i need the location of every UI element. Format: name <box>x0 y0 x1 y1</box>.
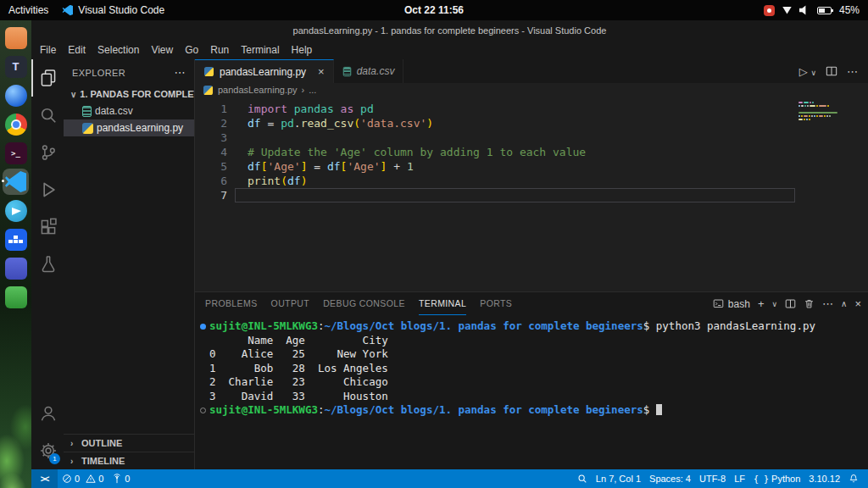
dock-icon-green-app[interactable] <box>3 284 29 310</box>
dock-icon-text-editor[interactable]: T <box>3 53 29 80</box>
focused-app-indicator[interactable]: Visual Studio Code <box>62 4 164 16</box>
tab-data.csv[interactable]: data.csv <box>334 59 404 83</box>
testing-icon[interactable] <box>31 246 64 283</box>
problems-indicator[interactable]: 0 0 <box>58 469 108 488</box>
folder-row[interactable]: ∨ 1. PANDAS FOR COMPLET... <box>64 86 194 103</box>
terminal-shell-label[interactable]: bash <box>713 298 750 310</box>
vscode-window: pandasLearning.py - 1. pandas for comple… <box>31 20 868 488</box>
run-debug-icon[interactable] <box>31 171 64 208</box>
code-line[interactable]: print(df) <box>235 174 795 188</box>
minimap-line <box>798 102 860 103</box>
new-terminal-icon[interactable]: + <box>758 297 765 310</box>
code-line[interactable] <box>235 130 795 145</box>
chevron-right-icon: › <box>70 439 78 448</box>
menu-item-view[interactable]: View <box>145 42 179 58</box>
panel-tab-ports[interactable]: PORTS <box>480 293 512 315</box>
kill-terminal-icon[interactable] <box>804 298 815 309</box>
notifications-bell-icon[interactable] <box>844 469 863 488</box>
terminal-line[interactable]: 1 Bob 28 Los Angeles <box>198 362 861 376</box>
dock-icon-files[interactable] <box>3 25 29 51</box>
eol-indicator[interactable]: LF <box>730 469 749 488</box>
dock-icon-docker[interactable] <box>3 226 29 252</box>
close-tab-icon[interactable]: × <box>318 65 325 78</box>
timeline-section[interactable]: › TIMELINE <box>64 452 194 469</box>
minimap-line <box>798 108 860 110</box>
vscode-logo-icon <box>62 5 73 16</box>
dock-icon-office[interactable] <box>3 255 29 281</box>
settings-gear-icon[interactable]: 1 <box>31 432 64 469</box>
explorer-more-icon[interactable]: ⋯ <box>175 66 186 79</box>
menu-item-help[interactable]: Help <box>286 42 319 58</box>
file-item-data.csv[interactable]: data.csv <box>64 103 194 119</box>
terminal-output[interactable]: sujit@INL-5MLKWG3:~/Blogs/Oct blogs/1. p… <box>195 315 868 469</box>
code-editor[interactable]: 1234567 import pandas as pddf = pd.read_… <box>195 97 868 291</box>
search-icon[interactable] <box>31 97 64 134</box>
panel-tab-terminal[interactable]: TERMINAL <box>419 293 466 315</box>
network-icon[interactable] <box>782 7 792 14</box>
clock[interactable]: Oct 22 11:56 <box>404 4 464 16</box>
dock-icon-chrome[interactable] <box>3 111 29 137</box>
menu-item-edit[interactable]: Edit <box>62 42 92 58</box>
dock-icon-telegram[interactable] <box>3 197 29 224</box>
source-control-icon[interactable] <box>31 134 64 171</box>
menu-item-file[interactable]: File <box>34 42 62 58</box>
menu-item-terminal[interactable]: Terminal <box>235 42 285 58</box>
csv-file-icon <box>343 66 351 75</box>
panel-tab-problems[interactable]: PROBLEMS <box>205 293 258 315</box>
terminal-line[interactable]: 0 Alice 25 New York <box>198 347 861 362</box>
tab-pandasLearning.py[interactable]: pandasLearning.py× <box>195 59 334 83</box>
terminal-line[interactable]: Name Age City <box>198 334 861 348</box>
code-line[interactable]: # Update the 'Age' column by adding 1 to… <box>235 145 795 159</box>
python-interpreter[interactable]: 3.10.12 <box>804 469 844 488</box>
text-editor-icon: T <box>5 56 27 78</box>
vscode-icon <box>5 171 27 193</box>
code-line[interactable]: df['Age'] = df['Age'] + 1 <box>235 159 795 174</box>
outline-section[interactable]: › OUTLINE <box>64 434 194 452</box>
csv-file-icon <box>82 106 92 117</box>
terminal-line[interactable]: 3 David 33 Houston <box>198 390 861 404</box>
code-line[interactable]: df = pd.read_csv('data.csv') <box>235 116 795 130</box>
tab-label: pandasLearning.py <box>220 66 306 78</box>
screen-record-icon[interactable] <box>764 5 775 16</box>
volume-icon[interactable] <box>799 5 810 15</box>
minimap[interactable] <box>798 102 860 125</box>
dock-icon-terminal[interactable]: >_ <box>3 140 29 166</box>
split-editor-icon[interactable] <box>826 65 837 77</box>
language-mode[interactable]: { } Python <box>749 469 804 488</box>
panel-more-icon[interactable]: ⋯ <box>822 297 833 310</box>
encoding[interactable]: UTF-8 <box>695 469 730 488</box>
menu-item-run[interactable]: Run <box>204 42 235 58</box>
terminal-line[interactable]: sujit@INL-5MLKWG3:~/Blogs/Oct blogs/1. p… <box>198 403 861 418</box>
close-panel-icon[interactable]: × <box>854 297 861 310</box>
dock-icon-vscode[interactable] <box>3 169 29 195</box>
run-python-button[interactable]: ▷ ∨ <box>799 65 816 78</box>
panel-tab-debug-console[interactable]: DEBUG CONSOLE <box>323 293 405 315</box>
indentation[interactable]: Spaces: 4 <box>645 469 695 488</box>
cursor-position[interactable]: Ln 7, Col 1 <box>592 469 645 488</box>
file-item-pandasLearning.py[interactable]: pandasLearning.py <box>64 119 194 136</box>
menu-item-go[interactable]: Go <box>179 42 204 58</box>
python-file-icon <box>203 85 213 94</box>
radio-tower-icon <box>112 474 122 484</box>
activities-button[interactable]: Activities <box>8 4 48 16</box>
chevron-right-icon: › <box>70 457 78 466</box>
extensions-icon[interactable] <box>31 208 64 246</box>
terminal-line[interactable]: 2 Charlie 23 Chicago <box>198 375 861 390</box>
menu-item-selection[interactable]: Selection <box>92 42 145 58</box>
panel-tab-output[interactable]: OUTPUT <box>271 293 310 315</box>
terminal-profile-chevron-icon[interactable]: ∨ <box>771 300 777 308</box>
maximize-panel-icon[interactable]: ∧ <box>841 299 847 308</box>
terminal-line[interactable]: sujit@INL-5MLKWG3:~/Blogs/Oct blogs/1. p… <box>198 319 861 334</box>
editor-more-icon[interactable]: ⋯ <box>847 65 858 78</box>
split-terminal-icon[interactable] <box>785 298 796 309</box>
explorer-icon[interactable] <box>31 59 64 97</box>
remote-indicator[interactable]: >< <box>31 469 58 488</box>
code-line[interactable] <box>235 188 795 202</box>
breadcrumb[interactable]: pandasLearning.py › ... <box>195 83 868 97</box>
zoom-indicator-icon[interactable] <box>573 469 592 488</box>
ports-indicator[interactable]: 0 <box>108 469 134 488</box>
dock-icon-browser[interactable] <box>3 82 29 108</box>
breadcrumb-more: ... <box>309 85 316 95</box>
code-line[interactable]: import pandas as pd <box>235 102 795 116</box>
account-icon[interactable] <box>31 395 64 432</box>
